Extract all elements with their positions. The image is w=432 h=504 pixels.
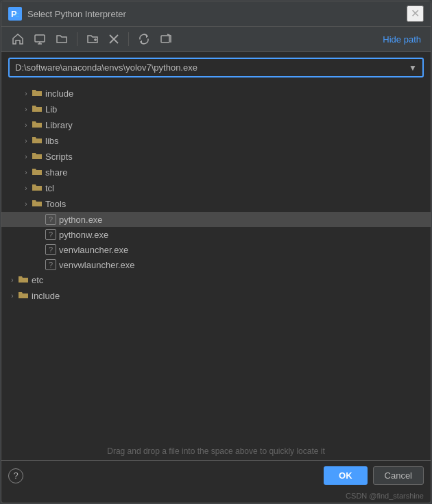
browse-button[interactable] (156, 31, 176, 47)
tree-item[interactable]: › include (1, 86, 431, 101)
chevron-right-icon: › (21, 136, 32, 147)
svg-rect-4 (35, 35, 45, 42)
footer-buttons: OK Cancel (324, 466, 424, 485)
help-button[interactable]: ? (8, 468, 23, 483)
item-label: include (45, 88, 73, 99)
path-bar: ▼ (8, 58, 424, 77)
pycharm-icon: P C (8, 7, 22, 21)
folder-icon (32, 182, 43, 194)
folder-icon (18, 274, 29, 286)
tree-item[interactable]: › Library (1, 117, 431, 133)
close-button[interactable]: ✕ (407, 5, 424, 22)
chevron-right-icon: › (7, 275, 18, 286)
item-label: Tools (45, 199, 66, 209)
toolbar: Hide path (1, 27, 431, 52)
item-label: Lib (45, 104, 57, 115)
item-label: python.exe (59, 215, 103, 225)
folder-icon (32, 88, 43, 99)
item-label: libs (45, 136, 59, 146)
tree-item[interactable]: › tcl (1, 180, 431, 196)
title-bar: P C Select Python Interpreter ✕ (1, 1, 431, 27)
file-icon: ? (45, 214, 56, 225)
chevron-right-icon: › (21, 167, 32, 178)
cancel-button[interactable]: Cancel (373, 466, 424, 485)
folder-icon (32, 198, 43, 210)
file-icon: ? (45, 229, 56, 240)
svg-text:C: C (15, 12, 20, 19)
folder-button[interactable] (52, 31, 71, 47)
svg-rect-11 (161, 36, 169, 43)
item-label: pythonw.exe (59, 230, 108, 240)
folder-icon (32, 167, 43, 178)
tree-item[interactable]: ?venvlauncher.exe (1, 242, 431, 257)
chevron-right-icon: › (21, 120, 32, 131)
folder-icon (32, 119, 43, 131)
toolbar-separator-1 (77, 32, 77, 46)
path-dropdown-button[interactable]: ▼ (403, 60, 422, 75)
delete-button[interactable] (105, 32, 123, 47)
file-icon: ? (45, 244, 56, 255)
folder-icon (32, 135, 43, 147)
toolbar-separator-2 (128, 32, 129, 46)
tree-item[interactable]: ?venvwlauncher.exe (1, 257, 431, 272)
tree-item[interactable]: ?pythonw.exe (1, 227, 431, 242)
watermark: CSDN @find_starshine (1, 490, 431, 503)
refresh-button[interactable] (134, 31, 154, 47)
item-label: Library (45, 120, 73, 130)
item-label: share (45, 167, 68, 178)
new-folder-button[interactable] (83, 31, 102, 47)
ok-button[interactable]: OK (324, 466, 368, 485)
chevron-right-icon: › (21, 199, 32, 210)
folder-icon (18, 290, 29, 302)
item-label: venvwlauncher.exe (59, 260, 135, 270)
tree-item[interactable]: › Tools (1, 196, 431, 212)
chevron-right-icon: › (21, 88, 32, 99)
file-tree[interactable]: › include› Lib› Library› libs› (1, 83, 431, 442)
tree-item[interactable]: › etc (1, 272, 431, 288)
item-label: etc (32, 275, 43, 285)
file-icon: ? (45, 259, 56, 270)
tree-item[interactable]: › Scripts (1, 149, 431, 165)
tree-item[interactable]: › libs (1, 133, 431, 149)
tree-item[interactable]: › share (1, 165, 431, 180)
drag-hint: Drag and drop a file into the space abov… (1, 442, 431, 460)
folder-icon (32, 104, 43, 115)
chevron-right-icon: › (21, 183, 32, 194)
dialog-title: Select Python Interpreter (27, 9, 407, 19)
item-label: venvlauncher.exe (59, 245, 128, 255)
tree-item[interactable]: › Lib (1, 101, 431, 117)
tree-item[interactable]: › include (1, 288, 431, 304)
chevron-right-icon: › (21, 152, 32, 163)
chevron-right-icon: › (21, 104, 32, 115)
computer-button[interactable] (30, 31, 49, 47)
item-label: include (32, 291, 60, 301)
path-input[interactable] (10, 59, 403, 76)
dialog: P C Select Python Interpreter ✕ (1, 1, 431, 503)
hide-path-button[interactable]: Hide path (380, 33, 424, 46)
item-label: Scripts (45, 152, 73, 162)
footer: ? OK Cancel (1, 460, 431, 490)
home-button[interactable] (8, 31, 27, 47)
tree-item[interactable]: ?python.exe (1, 212, 431, 227)
item-label: tcl (45, 183, 54, 193)
folder-icon (32, 151, 43, 163)
chevron-right-icon: › (7, 291, 18, 302)
